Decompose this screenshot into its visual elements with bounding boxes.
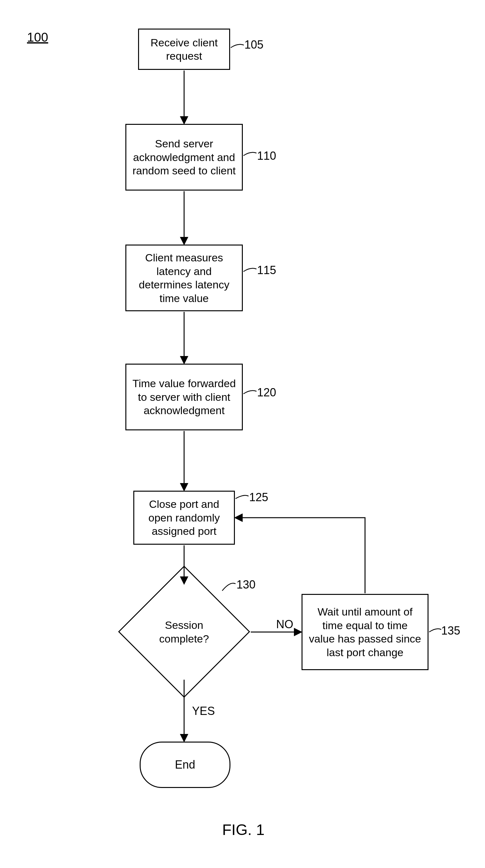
edge-label-yes: YES — [192, 705, 215, 718]
box-text: Close port and open randomly assigned po… — [140, 497, 228, 538]
edge-label-no: NO — [276, 618, 293, 631]
decision-130: Session complete? — [137, 585, 231, 678]
tag-110: 110 — [257, 149, 276, 163]
terminator-end: End — [140, 742, 230, 788]
process-box-110: Send server acknowledgment and random se… — [125, 124, 243, 191]
box-text: Time value forwarded to server with clie… — [132, 377, 236, 417]
tag-135: 135 — [441, 624, 460, 638]
tag-125: 125 — [249, 491, 268, 504]
tag-130: 130 — [236, 578, 256, 591]
process-box-125: Close port and open randomly assigned po… — [133, 491, 235, 545]
tag-105: 105 — [245, 38, 263, 52]
box-text: Wait until amount of time equal to time … — [308, 605, 422, 659]
box-text: Receive client request — [145, 36, 223, 63]
box-text: Send server acknowledgment and random se… — [132, 137, 236, 178]
tag-115: 115 — [257, 264, 276, 277]
tag-120: 120 — [257, 386, 276, 399]
figure-caption: FIG. 1 — [222, 821, 264, 838]
process-box-105: Receive client request — [138, 29, 230, 70]
process-box-120: Time value forwarded to server with clie… — [125, 364, 243, 430]
process-box-135: Wait until amount of time equal to time … — [301, 594, 428, 670]
diamond-text: Session complete? — [159, 618, 209, 645]
box-text: Client measures latency and determines l… — [132, 251, 236, 305]
figure-ref: 100 — [27, 30, 48, 44]
flowchart-canvas: 100 Receive client request 105 Send serv… — [0, 0, 485, 868]
terminator-text: End — [175, 758, 195, 771]
process-box-115: Client measures latency and determines l… — [125, 245, 243, 311]
